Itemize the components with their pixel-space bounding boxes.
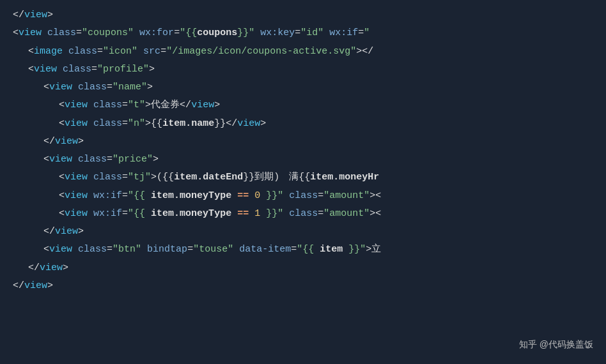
- number-token: 1: [254, 208, 260, 219]
- text-token: [283, 190, 289, 201]
- code-line: <view wx:if="{{ item.moneyType == 0 }}" …: [13, 187, 606, 205]
- bracket-token: </: [13, 280, 24, 291]
- bracket-token: <: [59, 118, 65, 129]
- string-token: ": [364, 27, 369, 38]
- text-token: [88, 190, 93, 201]
- tag-token: view: [65, 118, 88, 129]
- code-line: </view>: [13, 133, 606, 151]
- string-token: "t": [128, 100, 145, 110]
- bracket-token: <: [59, 208, 65, 219]
- attr-token: class: [93, 118, 122, 129]
- tag-token: view: [24, 10, 47, 20]
- text-token: [254, 27, 260, 38]
- equals-token: =: [291, 244, 297, 255]
- text-token: [141, 244, 147, 255]
- bracket-token: >: [78, 136, 84, 147]
- text-token: [343, 244, 348, 255]
- attr-token: src: [143, 46, 160, 57]
- text-token: [134, 27, 139, 38]
- attr-token: wx:if: [93, 190, 122, 201]
- tag-token: view: [34, 64, 57, 75]
- string-token: "price": [113, 154, 153, 165]
- bracket-token: >: [153, 154, 159, 165]
- string-token: "id": [300, 27, 323, 38]
- bracket-token: </: [13, 10, 24, 20]
- string-token: "{{: [128, 208, 145, 219]
- attr-token: wx:for: [139, 27, 174, 38]
- number-token: 0: [254, 190, 260, 201]
- attr-token: class: [289, 208, 318, 219]
- bracket-token: <: [43, 82, 49, 93]
- bracket-token: </: [28, 262, 40, 273]
- string-token: "icon": [103, 46, 137, 57]
- text-token: [42, 27, 47, 38]
- string-token: "{{: [180, 27, 197, 38]
- bracket-token: ></: [356, 46, 373, 57]
- attr-token: data-item: [239, 244, 291, 255]
- string-token: "profile": [97, 64, 149, 75]
- string-token: "coupons": [82, 27, 134, 38]
- text-token: [137, 46, 143, 57]
- string-token: "{{: [128, 190, 145, 201]
- string-token: "name": [113, 82, 147, 93]
- bracket-token: <: [43, 154, 49, 165]
- bracket-token: >: [147, 82, 153, 93]
- string-token: "amount": [323, 190, 369, 201]
- bracket-token: </: [226, 118, 237, 129]
- operator-token: ==: [237, 208, 249, 219]
- bracket-token: <: [28, 64, 34, 75]
- text-token: [88, 208, 93, 219]
- attr-token: class: [78, 154, 107, 165]
- text-token: [260, 208, 266, 219]
- tag-token: view: [65, 190, 88, 201]
- equals-token: =: [358, 27, 364, 38]
- code-line: </view>: [13, 259, 606, 277]
- equals-token: =: [318, 208, 323, 219]
- text-token: [145, 208, 151, 219]
- bracket-token: <: [59, 172, 65, 183]
- attr-token: class: [68, 46, 97, 57]
- string-token: "n": [128, 118, 145, 129]
- code-line: </view>: [13, 277, 606, 295]
- text-token: [249, 208, 254, 219]
- bracket-token: <: [13, 27, 19, 38]
- string-token: "amount": [323, 208, 369, 219]
- equals-token: =: [174, 27, 180, 38]
- code-line: <view wx:if="{{ item.moneyType == 1 }}" …: [13, 205, 606, 223]
- bracket-token: >: [47, 10, 53, 20]
- tag-token: view: [55, 136, 78, 147]
- chinese-token: 代金券: [151, 100, 180, 110]
- bracket-token: >: [151, 172, 157, 183]
- bracket-token: <: [28, 46, 34, 57]
- bracket-token: >: [145, 118, 151, 129]
- code-editor: </view><view class="coupons" wx:for="{{c…: [0, 0, 606, 364]
- text-token: [88, 118, 93, 129]
- equals-token: =: [318, 190, 323, 201]
- code-line: <view class="price">: [13, 151, 606, 169]
- equals-token: =: [122, 208, 128, 219]
- code-line: <view class="tj">({{item.dateEnd}}到期) 满{…: [13, 169, 606, 186]
- code-line: <view class="profile">: [13, 61, 606, 79]
- tag-token: view: [49, 82, 72, 93]
- string-token: "/images/icon/coupons-active.svg": [166, 46, 356, 57]
- equals-token: =: [91, 64, 97, 75]
- attr-token: class: [63, 64, 91, 75]
- bracket-token: </: [180, 100, 191, 110]
- tag-token: view: [237, 118, 260, 129]
- tag-token: view: [191, 100, 214, 110]
- bold-var-token: item.moneyHr: [310, 172, 379, 183]
- code-line: <view class="name">: [13, 79, 606, 96]
- bracket-token: ><: [369, 190, 381, 201]
- bracket-token: <: [43, 244, 49, 255]
- tag-token: view: [65, 100, 88, 110]
- text-token: ({{: [157, 172, 174, 183]
- equals-token: =: [122, 172, 128, 183]
- tag-token: view: [65, 208, 88, 219]
- text-token: [260, 190, 266, 201]
- attr-token: wx:key: [260, 27, 295, 38]
- text-token: [314, 244, 320, 255]
- string-token: "tj": [128, 172, 151, 183]
- equals-token: =: [295, 27, 300, 38]
- bold-var-token: item.moneyType: [151, 190, 231, 201]
- text-token: [72, 82, 78, 93]
